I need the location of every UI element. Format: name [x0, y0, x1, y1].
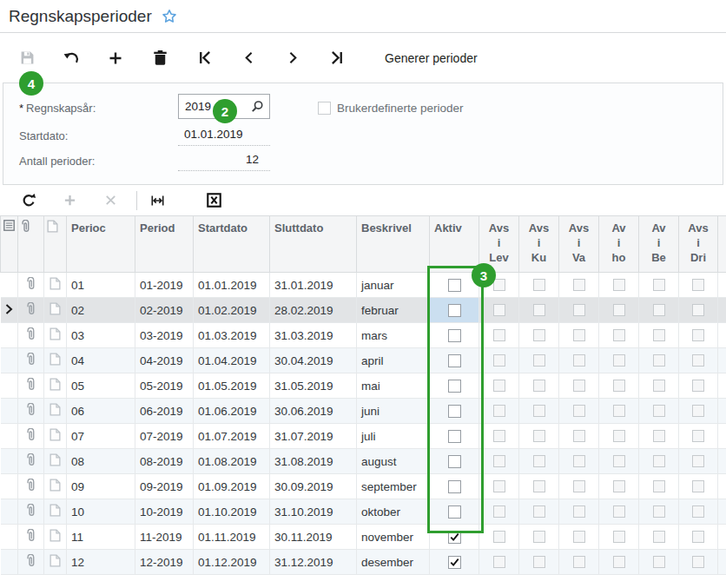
- aktiv-checkbox[interactable]: [430, 474, 479, 499]
- avs-checkbox-6[interactable]: [679, 424, 718, 449]
- cell-beskrivelse[interactable]: januar: [357, 273, 430, 298]
- startdato-value[interactable]: 01.01.2019: [184, 128, 243, 141]
- cell-startdato[interactable]: 01.05.2019: [194, 373, 270, 399]
- avs-checkbox-4[interactable]: [599, 273, 639, 298]
- row-selector-cell[interactable]: [1, 525, 18, 550]
- cell-sluttdato[interactable]: 30.06.2019: [270, 399, 357, 424]
- avs-checkbox-5[interactable]: [639, 273, 679, 298]
- cell-sluttdato[interactable]: 31.12.2019: [270, 550, 357, 575]
- fit-width-icon[interactable]: [142, 188, 172, 214]
- grid-delete-icon[interactable]: [96, 188, 125, 214]
- avs-checkbox-2[interactable]: [519, 449, 559, 474]
- avs-checkbox-4[interactable]: [599, 550, 639, 575]
- row-selector-cell[interactable]: [1, 449, 18, 474]
- note-icon[interactable]: [44, 424, 67, 449]
- attachment-icon[interactable]: [18, 273, 44, 298]
- table-row[interactable]: 0606-201901.06.201930.06.2019juni: [1, 399, 726, 424]
- note-icon[interactable]: [44, 499, 67, 525]
- avs-checkbox-5[interactable]: [639, 525, 679, 550]
- cell-startdato[interactable]: 01.03.2019: [194, 323, 270, 348]
- cell-period[interactable]: 11-2019: [135, 525, 194, 550]
- col-header-avs-be[interactable]: Av i Be: [639, 216, 679, 273]
- cell-periodenr[interactable]: 09: [67, 474, 135, 499]
- col-header-avs-dri[interactable]: Avs i Dri: [679, 216, 718, 273]
- note-icon[interactable]: [44, 449, 67, 474]
- table-row[interactable]: 0808-201901.08.201931.08.2019august: [1, 449, 726, 474]
- table-row[interactable]: 0505-201901.05.201931.05.2019mai: [1, 373, 726, 399]
- cell-sluttdato[interactable]: 30.09.2019: [270, 474, 357, 499]
- cell-period[interactable]: 05-2019: [135, 373, 194, 399]
- col-header-avs-ku[interactable]: Avs i Ku: [519, 216, 559, 273]
- avs-checkbox-5[interactable]: [639, 298, 679, 323]
- avs-checkbox-1[interactable]: [479, 323, 519, 348]
- avs-checkbox-5[interactable]: [639, 348, 679, 373]
- antall-perioder-value[interactable]: 12: [178, 153, 259, 166]
- avs-checkbox-1[interactable]: [479, 373, 519, 399]
- attachment-icon[interactable]: [18, 525, 44, 550]
- cell-periodenr[interactable]: 05: [67, 373, 135, 399]
- table-row[interactable]: 0909-201901.09.201930.09.2019september: [1, 474, 726, 499]
- col-header-period[interactable]: Period: [135, 216, 194, 273]
- cell-startdato[interactable]: 01.08.2019: [194, 449, 270, 474]
- col-header-beskrivelse[interactable]: Beskrivel: [357, 216, 430, 273]
- note-icon[interactable]: [44, 550, 67, 575]
- note-icon[interactable]: [44, 348, 67, 373]
- note-icon[interactable]: [44, 525, 67, 550]
- avs-checkbox-5[interactable]: [639, 373, 679, 399]
- cell-startdato[interactable]: 01.11.2019: [194, 525, 270, 550]
- avs-checkbox-6[interactable]: [679, 323, 718, 348]
- cell-sluttdato[interactable]: 31.05.2019: [270, 373, 357, 399]
- avs-checkbox-3[interactable]: [559, 298, 599, 323]
- avs-checkbox-5[interactable]: [639, 499, 679, 525]
- cell-startdato[interactable]: 01.09.2019: [194, 474, 270, 499]
- avs-checkbox-6[interactable]: [679, 525, 718, 550]
- cell-sluttdato[interactable]: 28.02.2019: [270, 298, 357, 323]
- avs-checkbox-4[interactable]: [599, 373, 639, 399]
- note-icon[interactable]: [44, 474, 67, 499]
- aktiv-checkbox[interactable]: [430, 424, 479, 449]
- cell-startdato[interactable]: 01.12.2019: [194, 550, 270, 575]
- first-record-icon[interactable]: [188, 43, 220, 74]
- cell-sluttdato[interactable]: 30.04.2019: [270, 348, 357, 373]
- row-selector-cell[interactable]: [1, 373, 18, 399]
- cell-beskrivelse[interactable]: august: [357, 449, 430, 474]
- avs-checkbox-4[interactable]: [599, 323, 639, 348]
- next-record-icon[interactable]: [277, 43, 308, 74]
- note-icon[interactable]: [44, 298, 67, 323]
- cell-period[interactable]: 10-2019: [135, 499, 194, 525]
- table-row[interactable]: 1212-201901.12.201931.12.2019desember: [1, 550, 726, 575]
- attachment-icon[interactable]: [18, 399, 44, 424]
- avs-checkbox-3[interactable]: [559, 348, 599, 373]
- cell-startdato[interactable]: 01.01.2019: [194, 273, 270, 298]
- cell-periodenr[interactable]: 04: [67, 348, 135, 373]
- avs-checkbox-1[interactable]: [479, 424, 519, 449]
- previous-record-icon[interactable]: [233, 43, 264, 74]
- cell-periodenr[interactable]: 10: [67, 499, 135, 525]
- cell-periodenr[interactable]: 11: [67, 525, 135, 550]
- avs-checkbox-5[interactable]: [639, 474, 679, 499]
- aktiv-checkbox[interactable]: [430, 449, 479, 474]
- avs-checkbox-3[interactable]: [559, 373, 599, 399]
- avs-checkbox-4[interactable]: [599, 499, 639, 525]
- cell-beskrivelse[interactable]: juni: [357, 399, 430, 424]
- cell-period[interactable]: 09-2019: [135, 474, 194, 499]
- attachment-icon[interactable]: [18, 298, 44, 323]
- avs-checkbox-4[interactable]: [599, 298, 639, 323]
- row-selector-cell[interactable]: [1, 424, 18, 449]
- avs-checkbox-1[interactable]: [479, 298, 519, 323]
- cell-beskrivelse[interactable]: februar: [357, 298, 430, 323]
- cell-beskrivelse[interactable]: oktober: [357, 499, 430, 525]
- cell-startdato[interactable]: 01.10.2019: [194, 499, 270, 525]
- attachment-icon[interactable]: [18, 373, 44, 399]
- avs-checkbox-2[interactable]: [519, 298, 559, 323]
- cell-sluttdato[interactable]: 31.03.2019: [270, 323, 357, 348]
- cell-period[interactable]: 02-2019: [135, 298, 194, 323]
- avs-checkbox-2[interactable]: [519, 348, 559, 373]
- cell-periodenr[interactable]: 07: [67, 424, 135, 449]
- cell-period[interactable]: 12-2019: [135, 550, 194, 575]
- avs-checkbox-2[interactable]: [519, 399, 559, 424]
- cell-periodenr[interactable]: 01: [67, 273, 135, 298]
- avs-checkbox-4[interactable]: [599, 525, 639, 550]
- col-header-sluttdato[interactable]: Sluttdato: [270, 216, 357, 273]
- cell-beskrivelse[interactable]: april: [357, 348, 430, 373]
